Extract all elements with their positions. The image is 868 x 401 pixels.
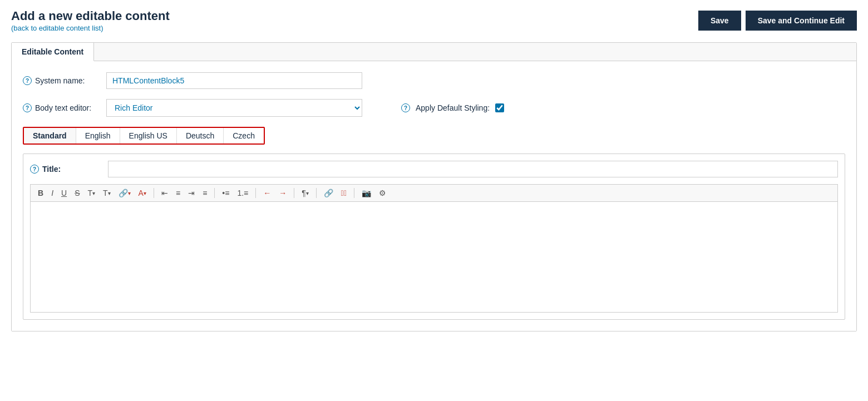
toolbar-unlink[interactable]: 🔗⃠ [338,187,349,199]
body-editor-help-icon: ? [23,103,32,112]
toolbar-text-style[interactable]: T▾ [85,187,98,199]
toolbar-italic[interactable]: I [48,187,56,199]
toolbar-sep-5 [316,188,317,198]
toolbar-link[interactable]: 🔗▾ [116,187,134,199]
back-link[interactable]: (back to editable content list) [11,24,103,32]
toolbar-sep-2 [214,188,215,198]
system-name-label: ? System name: [23,76,101,85]
body-editor-select[interactable]: Rich Editor Simple Editor Plain Text [106,99,362,117]
save-continue-button[interactable]: Save and Continue Edit [746,11,857,31]
title-label: ? Title: [30,165,102,174]
toolbar-strikethrough[interactable]: S [72,187,82,199]
lang-tab-english-us[interactable]: English US [120,128,177,143]
toolbar-ordered-list[interactable]: 1.≡ [234,187,251,199]
lang-tab-czech[interactable]: Czech [224,128,264,143]
toolbar-align-left[interactable]: ⇤ [159,187,171,199]
lang-tab-english[interactable]: English [76,128,120,143]
outer-tab-bar: Editable Content [12,43,856,61]
header-left: Add a new editable content (back to edit… [11,9,170,32]
body-editor-label: ? Body text editor: [23,103,101,112]
toolbar-align-right[interactable]: ⇥ [185,187,198,199]
toolbar-sep-6 [354,188,354,198]
toolbar-hyperlink[interactable]: 🔗 [321,187,336,199]
main-content: Editable Content ? System name: ? Body t… [0,37,868,343]
system-name-input[interactable] [106,72,362,89]
save-button[interactable]: Save [698,11,741,31]
toolbar-color[interactable]: A▾ [136,187,149,199]
title-row: ? Title: [30,161,838,177]
toolbar-align-justify[interactable]: ≡ [200,187,210,199]
lang-tab-standard[interactable]: Standard [24,128,76,143]
toolbar-paragraph[interactable]: ¶▾ [299,187,312,199]
toolbar-sep-1 [154,188,154,198]
page-header: Add a new editable content (back to edit… [0,0,868,37]
toolbar-image[interactable]: 📷 [359,187,374,199]
body-editor-row: ? Body text editor: Rich Editor Simple E… [23,99,845,117]
tabs-outer: Editable Content ? System name: ? Body t… [11,42,857,331]
title-help-icon: ? [30,165,39,174]
language-tabs: Standard English English US Deutsch Czec… [23,127,265,145]
lang-tab-deutsch[interactable]: Deutsch [177,128,224,143]
system-name-row: ? System name: [23,72,845,89]
system-name-label-text: System name: [35,76,85,85]
toolbar-align-center[interactable]: ≡ [173,187,183,199]
toolbar-outdent[interactable]: ← [260,187,274,199]
toolbar-unordered-list[interactable]: •≡ [219,187,232,199]
title-label-text: Title: [42,165,61,174]
form-body: ? System name: ? Body text editor: Rich … [12,61,856,331]
system-name-help-icon: ? [23,76,32,85]
toolbar-underline[interactable]: U [58,187,70,199]
apply-default-label: Apply Default Styling: [416,103,490,112]
toolbar-sep-3 [255,188,256,198]
editor-toolbar: B I U S T▾ T▾ 🔗▾ A▾ ⇤ ≡ ⇥ ≡ •≡ 1.≡ [30,184,838,201]
toolbar-settings[interactable]: ⚙ [376,187,389,199]
title-input[interactable] [108,161,838,177]
toolbar-bold[interactable]: B [35,187,46,199]
toolbar-indent[interactable]: → [276,187,289,199]
editor-area[interactable] [30,201,838,313]
toolbar-text-size[interactable]: T▾ [100,187,114,199]
body-editor-label-text: Body text editor: [35,103,91,112]
toolbar-sep-4 [294,188,294,198]
content-section: ? Title: B I U S T▾ T▾ 🔗▾ A▾ ⇤ [23,154,845,320]
apply-default-help-icon: ? [401,103,410,112]
page-title: Add a new editable content [11,9,170,23]
apply-default-section: ? Apply Default Styling: [401,103,504,112]
header-buttons: Save Save and Continue Edit [698,11,857,31]
apply-default-checkbox[interactable] [495,103,504,112]
tab-editable-content[interactable]: Editable Content [12,43,94,61]
